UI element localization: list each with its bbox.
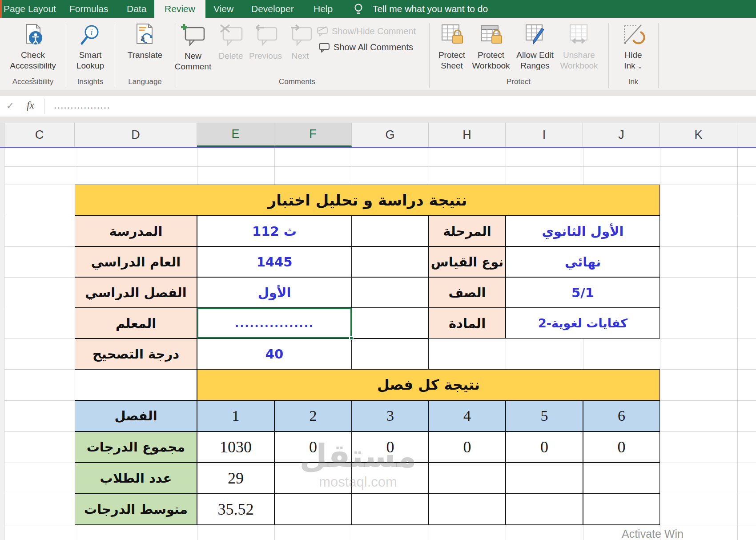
data-cell[interactable]: [274, 494, 352, 525]
data-cell[interactable]: [583, 463, 660, 494]
data-cell[interactable]: 0: [429, 431, 506, 463]
ribbon-bottom-strip: [0, 90, 756, 97]
column-header-g[interactable]: G: [352, 123, 429, 147]
label-academic-year[interactable]: العام الدراسي: [75, 246, 197, 277]
tab-data[interactable]: Data: [127, 0, 146, 18]
column-header-e[interactable]: E: [197, 123, 274, 147]
group-label-protect: Protect: [474, 77, 563, 86]
chapter-cell[interactable]: 6: [583, 400, 660, 431]
data-cell[interactable]: [583, 494, 660, 525]
fill-handle[interactable]: [349, 336, 354, 340]
value-class[interactable]: 5/1: [506, 277, 660, 308]
value-school[interactable]: ث 112: [197, 216, 352, 246]
label-total-scores[interactable]: مجموع الدرجات: [75, 431, 197, 463]
data-cell[interactable]: [506, 494, 583, 525]
tab-review[interactable]: Review: [154, 0, 205, 18]
data-cell[interactable]: 0: [583, 431, 660, 463]
ribbon-tab-bar: Page Layout Formulas Data Review View De…: [0, 0, 756, 18]
chapter-cell[interactable]: 4: [429, 400, 506, 431]
data-cell[interactable]: 1030: [197, 431, 274, 463]
chapter-cell[interactable]: 5: [506, 400, 583, 431]
spacer-cell[interactable]: [352, 246, 429, 277]
tab-view[interactable]: View: [213, 0, 233, 18]
spacer-cell[interactable]: [352, 308, 429, 339]
label-measure-type[interactable]: نوع القياس: [429, 246, 506, 277]
spacer-cell[interactable]: [352, 216, 429, 246]
table-title-row: نتيجة دراسة و تحليل اختبار: [75, 185, 660, 216]
column-header-k[interactable]: K: [660, 123, 737, 147]
column-header-h[interactable]: H: [429, 123, 506, 147]
data-cell[interactable]: [506, 463, 583, 494]
label-stage[interactable]: المرحلة: [429, 216, 506, 246]
sheet-title-cell[interactable]: نتيجة دراسة و تحليل اختبار: [75, 185, 660, 216]
column-header-i[interactable]: I: [506, 123, 583, 147]
label-class[interactable]: الصف: [429, 277, 506, 308]
tab-page-layout[interactable]: Page Layout: [4, 0, 56, 18]
data-cell[interactable]: [429, 463, 506, 494]
tell-me-box[interactable]: Tell me what you want to do: [373, 0, 488, 18]
enter-check-icon[interactable]: ✓: [6, 101, 14, 111]
label-semester[interactable]: الفصل الدراسي: [75, 277, 197, 308]
stat-row-students: عدد الطلاب 29: [75, 463, 660, 494]
section-title: نتيجة كل فصل: [377, 376, 480, 393]
chevron-down-icon: ⌄: [638, 63, 643, 70]
data-cell[interactable]: [274, 463, 352, 494]
excel-window: Page Layout Formulas Data Review View De…: [0, 0, 756, 540]
label-average-scores[interactable]: متوسط الدرجات: [75, 494, 197, 525]
column-header-f[interactable]: F: [274, 123, 352, 147]
value-semester[interactable]: الأول: [197, 277, 352, 308]
spacer-cell[interactable]: [75, 369, 197, 400]
previous-comment-icon: [253, 23, 278, 48]
hide-ink-button[interactable]: Hide Ink ⌄: [609, 23, 658, 79]
data-cell[interactable]: [352, 494, 429, 525]
data-cell[interactable]: 29: [197, 463, 274, 494]
data-cell[interactable]: 35.52: [197, 494, 274, 525]
label-school[interactable]: المدرسة: [75, 216, 197, 246]
tab-help[interactable]: Help: [314, 0, 333, 18]
formula-bar: ✓ fx: [0, 96, 756, 117]
show-all-comments-button[interactable]: Show All Comments: [318, 42, 413, 52]
data-cell[interactable]: 0: [352, 431, 429, 463]
value-correction-score[interactable]: 40: [197, 339, 352, 369]
sheet-title: نتيجة دراسة و تحليل اختبار: [268, 191, 467, 209]
section-row: نتيجة كل فصل: [75, 369, 660, 400]
value-measure-type[interactable]: نهائي: [506, 246, 660, 277]
smart-lookup-button[interactable]: i Smart Lookup: [66, 23, 115, 79]
svg-text:i: i: [90, 28, 92, 37]
data-cell[interactable]: [429, 494, 506, 525]
translate-button[interactable]: a Translate: [121, 23, 169, 79]
cell-selection-border[interactable]: [197, 308, 352, 339]
chapter-header-label[interactable]: الفصل: [75, 400, 197, 431]
value-stage[interactable]: الأول الثانوي: [506, 216, 660, 246]
label-correction-score[interactable]: درجة التصحيح: [75, 339, 197, 369]
value-academic-year[interactable]: 1445: [197, 246, 352, 277]
label-teacher[interactable]: المعلم: [75, 308, 197, 339]
formula-input[interactable]: .................: [54, 96, 111, 117]
data-cell[interactable]: 0: [506, 431, 583, 463]
spacer-cell[interactable]: [352, 277, 429, 308]
chapter-cell[interactable]: 2: [274, 400, 352, 431]
tab-developer[interactable]: Developer: [251, 0, 294, 18]
form-row: المعلم ................ المادة كفايات لغ…: [75, 308, 660, 339]
value-subject[interactable]: كفايات لغوية-2: [506, 308, 660, 339]
fx-icon[interactable]: fx: [27, 100, 34, 111]
gridline: [737, 148, 738, 540]
column-header-j[interactable]: J: [583, 123, 660, 147]
section-title-cell[interactable]: نتيجة كل فصل: [197, 369, 660, 400]
label-subject[interactable]: المادة: [429, 308, 506, 339]
spacer-cell[interactable]: [352, 339, 429, 369]
data-cell[interactable]: 0: [274, 431, 352, 463]
data-cell[interactable]: [352, 463, 429, 494]
check-accessibility-button[interactable]: Check Accessibility ⌄: [8, 23, 57, 79]
chapter-cell[interactable]: 3: [352, 400, 429, 431]
formula-bar-divider: [44, 99, 45, 114]
chapter-cell[interactable]: 1: [197, 400, 274, 431]
tab-formulas[interactable]: Formulas: [69, 0, 109, 18]
show-hide-comment-button: Show/Hide Comment: [317, 26, 416, 36]
column-header-d[interactable]: D: [75, 123, 197, 147]
protect-workbook-button[interactable]: Protect Workbook: [466, 23, 515, 79]
column-header-c[interactable]: C: [4, 123, 75, 147]
activate-windows-text: Activate Win: [622, 528, 684, 540]
allow-edit-ranges-button[interactable]: Allow Edit Ranges: [511, 23, 559, 79]
label-student-count[interactable]: عدد الطلاب: [75, 463, 197, 494]
